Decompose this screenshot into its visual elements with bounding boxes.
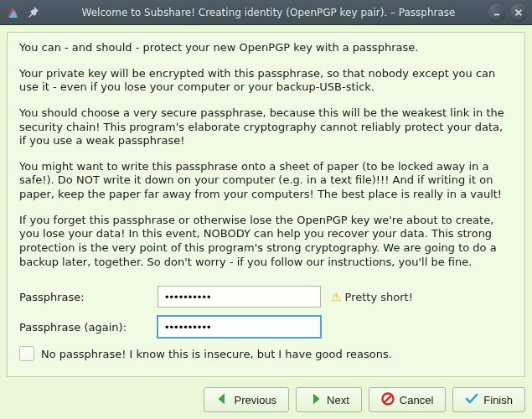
- finish-label: Finish: [483, 394, 513, 406]
- nopass-checkbox[interactable]: [19, 346, 34, 361]
- intro-paragraph-2: Your private key will be encrypted with …: [19, 67, 513, 95]
- nopass-label: No passphrase! I know this is insecure, …: [41, 348, 392, 360]
- window: Welcome to Subshare! Creating identity (…: [0, 0, 532, 419]
- cancel-button[interactable]: Cancel: [369, 387, 446, 412]
- pin-icon[interactable]: [27, 6, 40, 19]
- passphrase-input[interactable]: [158, 286, 321, 308]
- intro-paragraph-4: You might want to write this passphrase …: [19, 160, 513, 202]
- window-buttons: [488, 4, 527, 21]
- passphrase-again-label: Passphrase (again):: [19, 321, 158, 334]
- app-icon: [5, 5, 20, 20]
- panel: You can - and should - protect your new …: [7, 32, 525, 377]
- form: Passphrase: ⚠ Pretty short! Passphrase (…: [19, 286, 513, 366]
- next-button[interactable]: Next: [296, 387, 362, 412]
- cancel-icon: [381, 392, 395, 408]
- intro-paragraph-5: If you forget this passphrase or otherwi…: [19, 214, 513, 270]
- previous-label: Previous: [235, 394, 277, 406]
- button-bar: Previous Next Cancel Finish: [7, 380, 525, 412]
- intro-paragraph-3: You should choose a very secure passphra…: [19, 106, 513, 148]
- nopass-row: No passphrase! I know this is insecure, …: [19, 346, 513, 361]
- cancel-label: Cancel: [400, 394, 433, 406]
- close-button[interactable]: [510, 4, 527, 21]
- check-icon: [465, 392, 478, 408]
- next-label: Next: [327, 394, 349, 406]
- strength-text: Pretty short!: [345, 291, 413, 303]
- svg-line-4: [385, 395, 391, 401]
- titlebar-left: [5, 5, 40, 20]
- window-title: Welcome to Subshare! Creating identity (…: [49, 7, 488, 18]
- strength-indicator: ⚠ Pretty short!: [331, 290, 413, 303]
- minimize-button[interactable]: [488, 4, 505, 21]
- svg-rect-2: [494, 13, 500, 15]
- finish-button[interactable]: Finish: [452, 387, 525, 412]
- arrow-right-icon: [308, 392, 322, 408]
- intro-paragraph-1: You can - and should - protect your new …: [19, 41, 513, 55]
- previous-button[interactable]: Previous: [204, 387, 290, 412]
- passphrase-label: Passphrase:: [19, 291, 158, 303]
- titlebar: Welcome to Subshare! Creating identity (…: [0, 0, 532, 25]
- arrow-left-icon: [216, 392, 230, 408]
- passphrase-again-row: Passphrase (again):: [19, 316, 513, 338]
- content-area: You can - and should - protect your new …: [0, 25, 532, 419]
- passphrase-again-input[interactable]: [158, 316, 321, 338]
- warning-icon: ⚠: [331, 290, 342, 303]
- passphrase-row: Passphrase: ⚠ Pretty short!: [19, 286, 513, 308]
